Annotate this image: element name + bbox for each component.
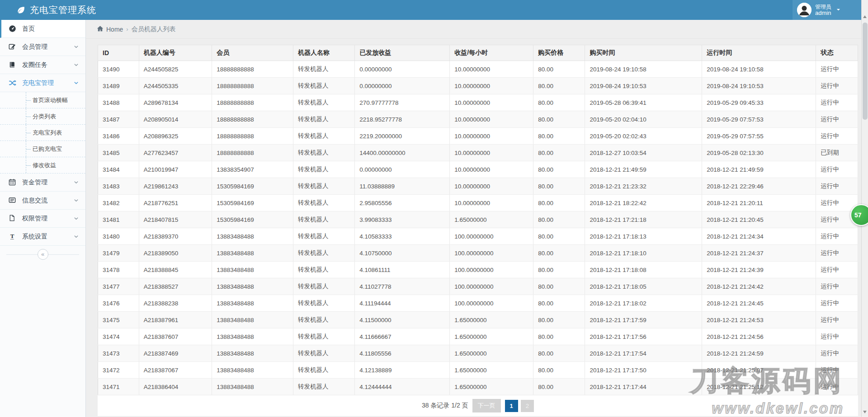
- table-cell: 4.11805556: [355, 345, 450, 362]
- table-cell: 11.03888889: [355, 178, 450, 195]
- table-cell: 2019-05-29 09:45:33: [702, 94, 816, 111]
- user-menu[interactable]: 管理员 admin: [793, 0, 861, 20]
- page-button-1[interactable]: 1: [505, 400, 518, 412]
- sidebar-collapse-button[interactable]: «: [38, 249, 48, 260]
- table-cell: 4.11500000: [355, 312, 450, 328]
- scrollbar-thumb[interactable]: [863, 23, 868, 120]
- pagination: 38 条记录 1/2 页 下一页 12: [98, 395, 858, 416]
- table-cell: 13883488488: [212, 245, 293, 262]
- sidebar-subitem-label: 分类列表: [33, 112, 56, 121]
- next-page-button[interactable]: 下一页: [472, 399, 501, 412]
- table-row: 31475A21838796113883488488转发机器人4.1150000…: [98, 312, 858, 328]
- table-row: 31488A28967813418888888888转发机器人270.97777…: [98, 94, 858, 111]
- table-cell: 0.00000000: [355, 161, 450, 178]
- table-row: 31487A20890501418888888888转发机器人2218.9527…: [98, 111, 858, 128]
- sidebar-subitem[interactable]: 首页滚动横幅: [0, 92, 85, 108]
- table-row: 31477A21838852713883488488转发机器人4.1102777…: [98, 278, 858, 295]
- table-cell: A218387469: [139, 345, 212, 362]
- table-row: 31478A21838884513883488488转发机器人4.1086111…: [98, 262, 858, 278]
- table-cell: 10.00000000: [450, 178, 533, 195]
- table-cell: 18888888888: [212, 145, 293, 161]
- sidebar-item-messages[interactable]: 信息交流: [0, 192, 85, 210]
- edit-icon: [9, 43, 17, 51]
- table-row: 31474A21838760713883488488转发机器人4.1166666…: [98, 328, 858, 345]
- scroll-down-icon[interactable]: [863, 411, 867, 413]
- table-cell: 2018-12-21 17:18:10: [585, 245, 702, 262]
- chevron-down-icon: [74, 44, 79, 49]
- chat-count: 57: [854, 211, 862, 219]
- sidebar-subitem[interactable]: 修改收益: [0, 157, 85, 173]
- table-cell: 转发机器人: [293, 245, 355, 262]
- table-cell: A277623457: [139, 145, 212, 161]
- table-cell: 31472: [98, 362, 139, 379]
- table-cell: 运行中: [816, 312, 858, 328]
- table-cell: 转发机器人: [293, 345, 355, 362]
- dashboard-icon: [9, 25, 17, 33]
- table-cell: 运行中: [816, 245, 858, 262]
- table-row: 31489A24450533518888888888转发机器人0.0000000…: [98, 78, 858, 94]
- table-cell: 2018-12-21 17:21:18: [585, 211, 702, 228]
- table-cell: 2018-12-21 21:23:32: [585, 178, 702, 195]
- chevron-down-icon: [74, 234, 79, 239]
- table-cell: 2218.95277778: [355, 111, 450, 128]
- sidebar-item-powerbank[interactable]: 充电宝管理: [0, 74, 85, 92]
- table-cell: 2018-12-21 21:49:59: [702, 161, 816, 178]
- table-cell: 运行中: [816, 61, 858, 78]
- table-cell: 15305984169: [212, 178, 293, 195]
- table-cell: 31471: [98, 379, 139, 395]
- text-icon: T: [9, 233, 17, 241]
- table-row: 31471A21838640413883488488转发机器人4.1244444…: [98, 379, 858, 395]
- sidebar-item-permissions[interactable]: 权限管理: [0, 210, 85, 228]
- sidebar-item-members[interactable]: 会员管理: [0, 38, 85, 56]
- sidebar-subitem[interactable]: 充电宝列表: [0, 125, 85, 141]
- sidebar-item-home[interactable]: 首页: [0, 20, 85, 38]
- table-cell: 运行中: [816, 94, 858, 111]
- sidebar-subitem[interactable]: 已购充电宝: [0, 141, 85, 157]
- table-cell: 运行中: [816, 379, 858, 395]
- table-cell: 2018-12-21 21:24:45: [702, 295, 816, 312]
- table-cell: A244505335: [139, 78, 212, 94]
- table-cell: 31473: [98, 345, 139, 362]
- table-cell: 80.00: [533, 145, 585, 161]
- sidebar-item-funds[interactable]: 资金管理: [0, 173, 85, 192]
- chevron-down-icon: [74, 80, 79, 85]
- table-cell: 2.95805556: [355, 195, 450, 211]
- table-cell: 31480: [98, 228, 139, 245]
- table-row: 31473A21838746913883488488转发机器人4.1180555…: [98, 345, 858, 362]
- table-cell: 14400.00000000: [355, 145, 450, 161]
- table-cell: 80.00: [533, 345, 585, 362]
- table-cell: 2018-12-21 21:24:37: [702, 245, 816, 262]
- scroll-up-icon[interactable]: [863, 15, 867, 18]
- page-button-2[interactable]: 2: [521, 400, 534, 412]
- table-cell: 2018-12-27 10:03:54: [585, 145, 702, 161]
- table-cell: 2018-12-21 17:18:08: [585, 262, 702, 278]
- table-cell: 100.00000000: [450, 295, 533, 312]
- calendar-icon: [9, 178, 17, 187]
- breadcrumb-home-link[interactable]: Home: [97, 25, 123, 33]
- sidebar-item-settings[interactable]: T系统设置: [0, 228, 85, 246]
- file-icon: [9, 215, 17, 223]
- breadcrumb: Home › 会员机器人列表: [86, 20, 861, 39]
- sidebar-item-label: 首页: [22, 25, 35, 33]
- table-cell: A218776251: [139, 195, 212, 211]
- table-cell: 80.00: [533, 78, 585, 94]
- leaf-icon: [16, 5, 26, 15]
- table-cell: 4.12444444: [355, 379, 450, 395]
- app-logo: 充电宝管理系统: [0, 4, 96, 16]
- table-row: 31485A27762345718888888888转发机器人14400.000…: [98, 145, 858, 161]
- message-icon: [9, 197, 17, 205]
- table-row: 31480A21838937013883488488转发机器人4.1058333…: [98, 228, 858, 245]
- table-cell: A218389370: [139, 228, 212, 245]
- shuffle-icon: [9, 79, 17, 87]
- table-cell: 10.00000000: [450, 61, 533, 78]
- table-cell: 转发机器人: [293, 161, 355, 178]
- sidebar-item-tasks[interactable]: 发圈任务: [0, 56, 85, 74]
- sidebar-item-label: 会员管理: [22, 43, 47, 51]
- sidebar-subitem[interactable]: 分类列表: [0, 108, 85, 125]
- table-cell: 270.97777778: [355, 94, 450, 111]
- table-cell: 80.00: [533, 211, 585, 228]
- table-cell: 2018-12-21 21:24:56: [702, 328, 816, 345]
- table-cell: 运行中: [816, 78, 858, 94]
- user-name: admin: [815, 10, 831, 16]
- table-cell: 13883488488: [212, 328, 293, 345]
